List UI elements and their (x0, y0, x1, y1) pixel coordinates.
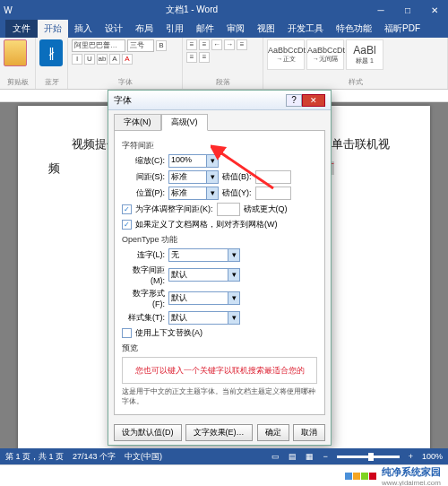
dropdown-icon[interactable]: ▾ (206, 171, 218, 183)
dialog-hint: 这是用于中文的正文主题字体。当前文档主题定义将使用哪种字体。 (122, 386, 317, 406)
bold-button[interactable]: B (156, 40, 167, 51)
tab-design[interactable]: 设计 (99, 20, 129, 38)
align-center-button[interactable]: ≡ (186, 52, 197, 63)
context-alt-label: 使用上下文替换(A) (135, 327, 202, 339)
dialog-tab-font[interactable]: 字体(N) (114, 114, 161, 131)
dropdown-icon[interactable]: ▾ (206, 187, 218, 199)
indent-dec-button[interactable]: ← (211, 39, 222, 50)
italic-button[interactable]: I (72, 54, 82, 65)
numform-label: 数字形式(F): (122, 288, 165, 308)
position-amount-label: 磅值(Y): (222, 187, 252, 199)
paragraph-label: 段落 (186, 77, 259, 87)
tab-mailings[interactable]: 邮件 (190, 20, 220, 38)
dialog-help-button[interactable]: ? (286, 94, 302, 107)
position-amount-input[interactable] (255, 187, 291, 200)
tab-layout[interactable]: 布局 (129, 20, 159, 38)
kerning-unit: 磅或更大(Q) (244, 204, 288, 215)
watermark-logo-icon (345, 473, 360, 480)
numform-select[interactable]: 默认▾ (168, 291, 240, 305)
dropdown-icon[interactable]: ▾ (228, 312, 239, 324)
styleset-label: 样式集(T): (122, 312, 165, 324)
spacing-select[interactable]: 标准▾ (168, 170, 219, 184)
tab-devtools[interactable]: 开发工具 (281, 20, 330, 38)
ligatures-select[interactable]: 无▾ (168, 248, 240, 262)
kerning-checkbox[interactable]: ✓ (122, 204, 132, 214)
dropdown-icon[interactable]: ▾ (206, 155, 218, 167)
font-size-select[interactable]: 三号 (127, 39, 154, 52)
align-right-button[interactable]: ≡ (199, 52, 210, 63)
paste-icon[interactable] (4, 39, 27, 66)
styles-label: 样式 (267, 77, 444, 87)
window-minimize[interactable]: ─ (367, 5, 394, 15)
dropdown-icon[interactable]: ▾ (228, 269, 239, 281)
numspacing-label: 数字间距(M): (122, 265, 165, 285)
font-color-button[interactable]: A (122, 54, 133, 65)
view-web-icon[interactable]: ▦ (306, 452, 314, 461)
zoom-level[interactable]: 100% (422, 452, 443, 461)
bluetooth-label: 蓝牙 (39, 77, 64, 87)
ok-button[interactable]: 确定 (257, 424, 289, 441)
window-maximize[interactable]: □ (394, 5, 421, 15)
context-alt-checkbox[interactable] (122, 328, 132, 338)
status-words[interactable]: 27/143 个字 (73, 451, 116, 463)
window-close[interactable]: ✕ (421, 5, 448, 15)
bluetooth-icon[interactable]: ∦ (39, 39, 63, 66)
position-select[interactable]: 标准▾ (168, 187, 219, 200)
strike-button[interactable]: ab (97, 54, 108, 65)
indent-inc-button[interactable]: → (224, 39, 235, 50)
spacing-amount-label: 磅值(B): (222, 171, 252, 183)
tab-review[interactable]: 审阅 (220, 20, 251, 38)
style-heading1[interactable]: AaBl标题 1 (346, 39, 383, 70)
style-nospace[interactable]: AaBbCcDt→无间隔 (306, 39, 344, 70)
numspacing-select[interactable]: 默认▾ (168, 268, 240, 282)
styleset-select[interactable]: 默认▾ (168, 311, 240, 325)
dropdown-icon[interactable]: ▾ (228, 249, 239, 261)
scale-label: 缩放(C): (122, 155, 165, 167)
zoom-out-button[interactable]: − (323, 452, 327, 461)
preview-label: 预览 (122, 343, 317, 354)
font-dialog: 字体 ? ✕ 字体(N) 高级(V) 字符间距 缩放(C): 100%▾ 间距(… (108, 90, 332, 446)
kerning-label: 为字体调整字间距(K): (135, 204, 213, 215)
tab-home[interactable]: 开始 (38, 20, 68, 38)
dialog-tab-advanced[interactable]: 高级(V) (161, 114, 208, 131)
cancel-button[interactable]: 取消 (293, 424, 325, 441)
tab-insert[interactable]: 插入 (68, 20, 99, 38)
window-title: 文档1 - Word (16, 4, 367, 16)
watermark: 纯净系统家园 www.yidaimei.com (0, 464, 448, 486)
zoom-slider[interactable] (337, 456, 400, 458)
tab-references[interactable]: 引用 (159, 20, 190, 38)
dialog-title: 字体 (114, 94, 286, 107)
underline-button[interactable]: U (84, 54, 95, 65)
kerning-size-input[interactable] (217, 203, 240, 216)
spacing-label: 间距(S): (122, 171, 165, 183)
file-menu[interactable]: 文件 (5, 20, 38, 38)
tab-foxit[interactable]: 福昕PDF (378, 20, 426, 38)
bullets-button[interactable]: ≡ (186, 39, 197, 50)
spacing-amount-input[interactable] (255, 170, 291, 184)
style-normal[interactable]: AaBbCcDt→正文 (267, 39, 305, 70)
ligatures-label: 连字(L): (122, 249, 165, 261)
watermark-text: 纯净系统家园 (382, 465, 441, 479)
status-lang[interactable]: 中文(中国) (125, 451, 162, 463)
preview-box: 您也可以键入一个关键字以联机搜索最适合您的 (122, 357, 317, 384)
snap-grid-label: 如果定义了文档网格，则对齐到网格(W) (135, 219, 278, 230)
tab-view[interactable]: 视图 (251, 20, 281, 38)
dialog-close-button[interactable]: ✕ (302, 94, 325, 107)
opentype-section: OpenType 功能 (122, 234, 317, 246)
view-print-icon[interactable]: ▤ (289, 452, 297, 461)
numbering-button[interactable]: ≡ (199, 39, 210, 50)
tab-features[interactable]: 特色功能 (330, 20, 378, 38)
zoom-in-button[interactable]: + (409, 452, 413, 461)
text-effects-button[interactable]: 文字效果(E)… (185, 424, 253, 441)
set-default-button[interactable]: 设为默认值(D) (114, 424, 182, 441)
font-group-label: 字体 (72, 77, 178, 87)
font-family-select[interactable]: 阿里巴巴普… (72, 39, 125, 52)
highlight-button[interactable]: A (109, 54, 120, 65)
dropdown-icon[interactable]: ▾ (228, 292, 239, 304)
snap-grid-checkbox[interactable]: ✓ (122, 220, 132, 230)
view-read-icon[interactable]: ▭ (271, 452, 280, 461)
align-left-button[interactable]: ≡ (237, 39, 247, 50)
clipboard-label: 剪贴板 (4, 77, 31, 87)
scale-select[interactable]: 100%▾ (168, 154, 219, 168)
status-page[interactable]: 第 1 页，共 1 页 (5, 451, 64, 463)
